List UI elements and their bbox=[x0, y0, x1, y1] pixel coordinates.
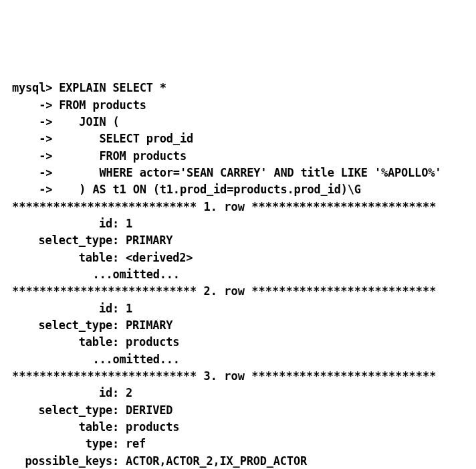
field-value: 2 bbox=[119, 385, 132, 401]
query-line-3: -> JOIN ( bbox=[12, 114, 464, 130]
omitted-line-1: ...omitted... bbox=[12, 266, 464, 283]
field-label: possible_keys: bbox=[12, 453, 119, 469]
cont-prompt: -> bbox=[12, 183, 52, 196]
row-separator: *************************** 2. row *****… bbox=[12, 284, 437, 298]
query-line-4: -> SELECT prod_id bbox=[12, 130, 464, 147]
omitted-text: ...omitted... bbox=[12, 268, 180, 281]
keyword: FROM products bbox=[59, 98, 146, 112]
row-separator: *************************** 3. row *****… bbox=[12, 369, 437, 383]
result-field-2-2: select_type: PRIMARY bbox=[12, 317, 464, 334]
keyword: EXPLAIN SELECT bbox=[59, 81, 153, 94]
keyword: JOIN ( bbox=[79, 115, 119, 128]
field-value: ACTOR,ACTOR_2,IX_PROD_ACTOR bbox=[119, 453, 307, 469]
rest: * bbox=[153, 81, 166, 94]
cont-prompt: -> bbox=[12, 166, 52, 179]
field-value: PRIMARY bbox=[119, 232, 172, 249]
field-label: select_type: bbox=[12, 402, 119, 419]
result-field-1-1: id: 1 bbox=[12, 215, 464, 232]
field-value: <derived2> bbox=[119, 250, 193, 266]
mysql-explain-output: mysql> EXPLAIN SELECT * -> FROM products… bbox=[12, 80, 464, 469]
field-label: type: bbox=[12, 436, 119, 452]
field-label: select_type: bbox=[12, 232, 119, 249]
pre bbox=[52, 132, 99, 145]
pre bbox=[52, 115, 79, 128]
keyword: ) AS t1 ON (t1.prod_id=products.prod_id)… bbox=[79, 183, 360, 196]
result-field-3-3: table: products bbox=[12, 419, 464, 436]
result-field-2-3: table: products bbox=[12, 334, 464, 351]
field-label: table: bbox=[12, 419, 119, 436]
field-value: DERIVED bbox=[119, 402, 172, 419]
row-sep-line-3: *************************** 3. row *****… bbox=[12, 368, 464, 385]
pre bbox=[52, 166, 99, 179]
row-separator: *************************** 1. row *****… bbox=[12, 200, 437, 213]
omitted-line-2: ...omitted... bbox=[12, 351, 464, 368]
row-sep-line-1: *************************** 1. row *****… bbox=[12, 199, 464, 215]
field-value: 1 bbox=[119, 300, 132, 317]
pre bbox=[52, 149, 99, 163]
keyword: WHERE actor='SEAN CARREY' AND title LIKE… bbox=[99, 166, 441, 179]
field-label: id: bbox=[12, 385, 119, 401]
query-line-5: -> FROM products bbox=[12, 148, 464, 165]
omitted-text: ...omitted... bbox=[12, 353, 180, 366]
cont-prompt: -> bbox=[12, 115, 52, 128]
result-field-3-1: id: 2 bbox=[12, 385, 464, 401]
query-line-6: -> WHERE actor='SEAN CARREY' AND title L… bbox=[12, 165, 464, 181]
result-field-3-4: type: ref bbox=[12, 436, 464, 452]
keyword: FROM products bbox=[99, 149, 186, 163]
result-field-3-2: select_type: DERIVED bbox=[12, 402, 464, 419]
pre bbox=[52, 98, 59, 112]
cont-prompt: -> bbox=[12, 132, 52, 145]
field-label: select_type: bbox=[12, 317, 119, 334]
cont-prompt: -> bbox=[12, 149, 52, 163]
field-label: table: bbox=[12, 250, 119, 266]
query-line-1: mysql> EXPLAIN SELECT * bbox=[12, 80, 464, 96]
pre bbox=[52, 81, 59, 94]
row-sep-line-2: *************************** 2. row *****… bbox=[12, 283, 464, 300]
field-label: id: bbox=[12, 300, 119, 317]
field-label: table: bbox=[12, 334, 119, 351]
field-value: 1 bbox=[119, 215, 132, 232]
query-line-7: -> ) AS t1 ON (t1.prod_id=products.prod_… bbox=[12, 181, 464, 198]
query-line-2: -> FROM products bbox=[12, 97, 464, 114]
pre bbox=[52, 183, 79, 196]
field-value: products bbox=[119, 334, 179, 351]
cont-prompt: -> bbox=[12, 98, 52, 112]
result-field-1-2: select_type: PRIMARY bbox=[12, 232, 464, 249]
prompt: mysql> bbox=[12, 81, 52, 94]
field-label: id: bbox=[12, 215, 119, 232]
result-field-1-3: table: <derived2> bbox=[12, 250, 464, 266]
field-value: products bbox=[119, 419, 179, 436]
keyword: SELECT prod_id bbox=[99, 132, 193, 145]
result-field-2-1: id: 1 bbox=[12, 300, 464, 317]
field-value: PRIMARY bbox=[119, 317, 172, 334]
result-field-3-5: possible_keys: ACTOR,ACTOR_2,IX_PROD_ACT… bbox=[12, 453, 464, 469]
field-value: ref bbox=[119, 436, 146, 452]
